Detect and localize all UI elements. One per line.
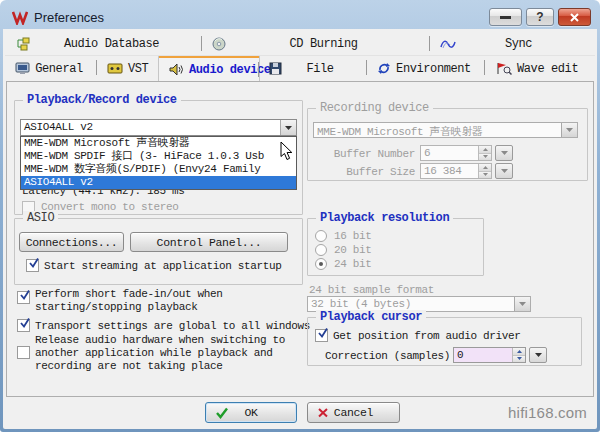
- transport-checkbox[interactable]: [17, 319, 30, 332]
- recording-device-combobox[interactable]: MME-WDM Microsoft 声音映射器: [313, 122, 578, 138]
- app-icon: [12, 10, 28, 25]
- help-button[interactable]: ?: [526, 8, 554, 26]
- cancel-button[interactable]: Cancel: [307, 402, 400, 423]
- check-icon: [28, 258, 40, 269]
- buffer-number-value: 6: [421, 146, 478, 160]
- ok-check-icon: [215, 407, 229, 422]
- help-icon: ?: [536, 10, 543, 24]
- tab-audio-device[interactable]: Audio device: [159, 56, 259, 81]
- flag-magnifier-icon: [495, 62, 512, 75]
- button-label: Connections...: [26, 236, 118, 249]
- window-title: Preferences: [34, 10, 489, 25]
- spin-down-icon[interactable]: [479, 172, 491, 179]
- spinner[interactable]: [512, 348, 525, 362]
- computer-icon: [15, 62, 30, 75]
- radio-24bit-label: 24 bit: [334, 258, 372, 270]
- start-streaming-label: Start streaming at application startup: [44, 260, 282, 272]
- mouse-cursor-icon: [280, 141, 294, 164]
- tab-audio-database[interactable]: Audio Database: [5, 32, 202, 55]
- dropdown-arrow-icon: [561, 123, 577, 137]
- convert-mono-label: Convert mono to stereo: [41, 201, 179, 213]
- radio-16bit-label: 16 bit: [334, 230, 372, 242]
- fade-label: Perform short fade-in/out when starting/…: [35, 288, 280, 314]
- cancel-x-icon: [317, 407, 329, 421]
- floppy-icon: [269, 62, 282, 75]
- ok-button[interactable]: OK: [205, 402, 297, 423]
- minimize-icon: [500, 16, 511, 19]
- preferences-window: Preferences ? Audio Database CD Burning: [0, 0, 600, 432]
- spinner[interactable]: [478, 146, 491, 160]
- buffer-number-field[interactable]: 6: [420, 145, 492, 161]
- combobox-value: MME-WDM Microsoft 声音映射器: [314, 123, 561, 137]
- buffer-size-label: Buffer Size: [315, 166, 415, 178]
- watermark: hifi168.com: [508, 404, 587, 421]
- release-hardware-label: Release audio hardware when switching to…: [35, 334, 297, 373]
- spin-up-icon[interactable]: [479, 146, 491, 154]
- tab-file[interactable]: File: [259, 56, 367, 81]
- correction-field[interactable]: 0: [453, 347, 526, 363]
- spinner[interactable]: [478, 164, 491, 178]
- spin-down-icon[interactable]: [513, 356, 525, 363]
- tab-label: CD Burning: [231, 37, 426, 51]
- transport-label: Transport settings are global to all win…: [35, 320, 310, 332]
- check-icon: [19, 290, 31, 301]
- dropdown-arrow-icon: [514, 297, 530, 311]
- radio-24bit[interactable]: [315, 258, 327, 270]
- correction-value: 0: [454, 348, 512, 362]
- dropdown-option[interactable]: MME-WDM 数字音频(S/PDIF) (Envy24 Family: [21, 163, 296, 176]
- sync-wave-icon: [440, 38, 456, 50]
- tab-cd-burning[interactable]: CD Burning: [202, 32, 430, 55]
- minimize-button[interactable]: [489, 8, 522, 26]
- title-bar[interactable]: Preferences ?: [3, 0, 597, 29]
- get-position-label: Get position from audio driver: [333, 330, 521, 342]
- tab-vst[interactable]: VST: [97, 56, 159, 81]
- button-label: Cancel: [334, 406, 373, 419]
- tab-general[interactable]: General: [5, 56, 97, 81]
- buffer-size-value: 16 384: [421, 164, 478, 178]
- radio-20bit[interactable]: [315, 244, 327, 256]
- tab-label: Sync: [461, 37, 586, 51]
- tab-sync[interactable]: Sync: [430, 32, 590, 55]
- release-hardware-checkbox[interactable]: [17, 346, 30, 359]
- tab-label: VST: [128, 62, 158, 76]
- button-label: Control Panel...: [157, 236, 262, 249]
- tab-label: General: [35, 62, 93, 76]
- control-panel-button[interactable]: Control Panel...: [130, 232, 288, 252]
- close-button[interactable]: [558, 8, 591, 26]
- buffer-size-field[interactable]: 16 384: [420, 163, 492, 179]
- spin-up-icon[interactable]: [513, 348, 525, 356]
- cd-icon: [212, 37, 226, 51]
- spin-down-icon[interactable]: [479, 154, 491, 161]
- tab-label: Audio Database: [35, 37, 198, 51]
- playback-device-combobox[interactable]: ASIO4ALL v2: [20, 119, 297, 136]
- dropdown-option[interactable]: MME-WDM SPDIF 接口 (3- HiFace 1.0.3 Usb: [21, 150, 296, 163]
- buffer-size-dropdown-button[interactable]: [495, 163, 513, 179]
- radio-16bit[interactable]: [315, 230, 327, 242]
- start-streaming-checkbox[interactable]: [26, 259, 39, 272]
- check-icon: [317, 328, 329, 339]
- get-position-checkbox[interactable]: [315, 329, 328, 342]
- check-icon: [19, 318, 31, 329]
- speaker-icon: [169, 63, 184, 76]
- tab-wave-edit[interactable]: Wave edit: [485, 56, 590, 81]
- buffer-number-dropdown-button[interactable]: [495, 145, 513, 161]
- buffer-number-label: Buffer Number: [315, 148, 415, 160]
- correction-label: Correction (samples): [325, 350, 450, 362]
- dropdown-option-selected[interactable]: ASIO4ALL v2: [21, 176, 296, 189]
- tab-environment[interactable]: Environment: [367, 56, 485, 81]
- correction-dropdown-button[interactable]: [529, 347, 547, 363]
- button-label: OK: [244, 406, 257, 419]
- dropdown-arrow-icon[interactable]: [280, 120, 296, 135]
- group-title: Playback/Record device: [23, 93, 181, 107]
- tab-strip-bottom: General VST Audio device File: [5, 56, 595, 81]
- cassette-icon: [107, 63, 123, 74]
- spin-up-icon[interactable]: [479, 164, 491, 172]
- combobox-value: 32 bit (4 bytes): [308, 297, 514, 311]
- group-title: Playback resolution: [316, 211, 453, 225]
- radio-20bit-label: 20 bit: [334, 244, 372, 256]
- dropdown-option[interactable]: MME-WDM Microsoft 声音映射器: [21, 137, 296, 150]
- connections-button[interactable]: Connections...: [19, 232, 124, 252]
- fade-checkbox[interactable]: [17, 291, 30, 304]
- tab-label: Environment: [396, 62, 481, 76]
- radio-dot: [319, 262, 323, 266]
